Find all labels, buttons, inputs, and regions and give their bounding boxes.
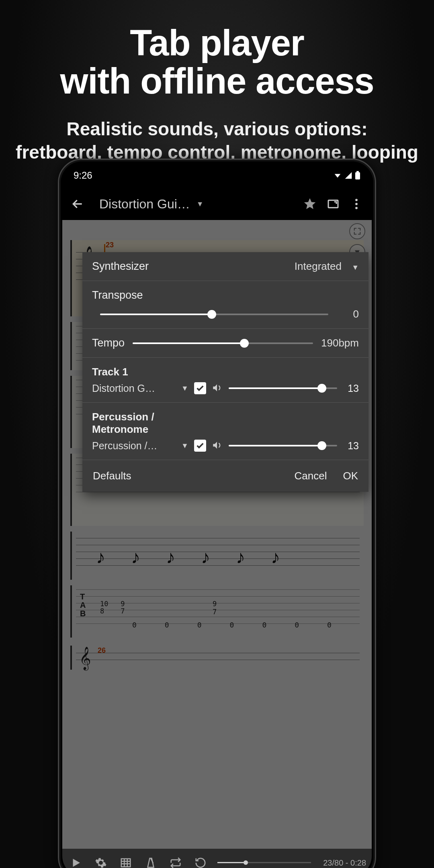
svg-point-4	[355, 203, 358, 205]
staff-block: 26 𝄞	[70, 646, 364, 670]
chevron-down-icon: ▼	[181, 384, 188, 393]
phone-notch	[165, 163, 269, 173]
chevron-down-icon: ▼	[352, 263, 359, 271]
track-volume-slider[interactable]	[229, 445, 337, 446]
chevron-down-icon: ▼	[181, 442, 188, 450]
notes-row: ♪♪ ♪♪ ♪♪	[96, 536, 356, 557]
volume-icon[interactable]	[212, 440, 223, 451]
player-settings-dialog: Synthesizer Integrated ▼ Transpose 0 Tem	[82, 252, 368, 492]
status-time: 9:26	[74, 170, 92, 181]
metronome-button[interactable]	[143, 855, 159, 868]
track-instrument-dropdown[interactable]: Distortion G…	[92, 383, 168, 394]
play-button[interactable]	[68, 855, 84, 868]
position-counter: 23/80 - 0:28	[323, 858, 366, 868]
ok-button[interactable]: OK	[343, 470, 358, 482]
favorite-button[interactable]	[300, 194, 319, 214]
cancel-button[interactable]: Cancel	[294, 470, 327, 482]
track-title: Track 1	[92, 366, 359, 378]
expand-icon[interactable]	[349, 223, 365, 239]
tempo-value: 190bpm	[321, 337, 359, 349]
synthesizer-row[interactable]: Synthesizer Integrated ▼	[82, 252, 368, 281]
loop-button[interactable]	[168, 855, 184, 868]
tempo-slider[interactable]	[133, 342, 313, 344]
dialog-actions: Defaults Cancel OK	[82, 460, 368, 492]
promo-title: Tab player with offline access	[0, 0, 434, 100]
app-title-dropdown[interactable]: Distortion Gui…	[99, 197, 190, 212]
transpose-value: 0	[340, 308, 359, 320]
track-instrument-dropdown[interactable]: Percussion /…	[92, 440, 168, 452]
volume-icon[interactable]	[212, 383, 223, 394]
treble-clef-icon: 𝄞	[79, 646, 91, 670]
tempo-label: Tempo	[92, 337, 125, 349]
title-dropdown-caret[interactable]: ▼	[197, 200, 204, 208]
player-toolbar: 23/80 - 0:28	[62, 849, 372, 868]
signal-icon	[344, 171, 352, 179]
fullscreen-button[interactable]	[323, 194, 343, 214]
track-enabled-checkbox[interactable]	[194, 382, 206, 394]
defaults-button[interactable]: Defaults	[93, 470, 131, 482]
track-volume-value: 13	[343, 440, 359, 452]
wifi-icon	[333, 171, 342, 180]
transpose-slider[interactable]	[100, 314, 328, 315]
track-volume-slider[interactable]	[229, 387, 337, 389]
svg-rect-1	[356, 171, 359, 172]
settings-button[interactable]	[93, 855, 109, 868]
transpose-row: Transpose 0	[82, 281, 368, 329]
tab-staff: T A B 10 9 8 7 97 00 00 00 0	[70, 585, 364, 638]
promo-subtitle: Realistic sounds, various options: fretb…	[0, 118, 434, 164]
phone-frame: 9:26 Distortion Gui… ▼	[58, 159, 376, 868]
staff-block: ♪♪ ♪♪ ♪♪	[70, 532, 364, 580]
tab-label: T A B	[80, 593, 86, 618]
track-row: Percussion / Metronome Percussion /… ▼ 1…	[82, 403, 368, 460]
svg-rect-0	[355, 172, 360, 179]
battery-icon	[355, 171, 360, 180]
tempo-row: Tempo 190bpm	[82, 329, 368, 358]
synth-value: Integrated	[295, 260, 342, 272]
back-button[interactable]	[68, 194, 87, 214]
track-enabled-checkbox[interactable]	[194, 440, 206, 452]
rewind-button[interactable]	[192, 855, 209, 868]
fretboard-button[interactable]	[118, 855, 134, 868]
transpose-label: Transpose	[92, 289, 143, 301]
track-title: Percussion / Metronome	[92, 411, 197, 436]
track-volume-value: 13	[343, 383, 359, 394]
progress-bar[interactable]	[217, 862, 311, 864]
svg-point-5	[355, 207, 358, 209]
svg-point-3	[355, 199, 358, 201]
track-row: Track 1 Distortion G… ▼ 13	[82, 358, 368, 403]
overflow-menu-button[interactable]	[347, 194, 366, 214]
app-bar: Distortion Gui… ▼	[62, 188, 372, 220]
synth-label: Synthesizer	[92, 260, 149, 273]
svg-rect-6	[121, 859, 131, 867]
